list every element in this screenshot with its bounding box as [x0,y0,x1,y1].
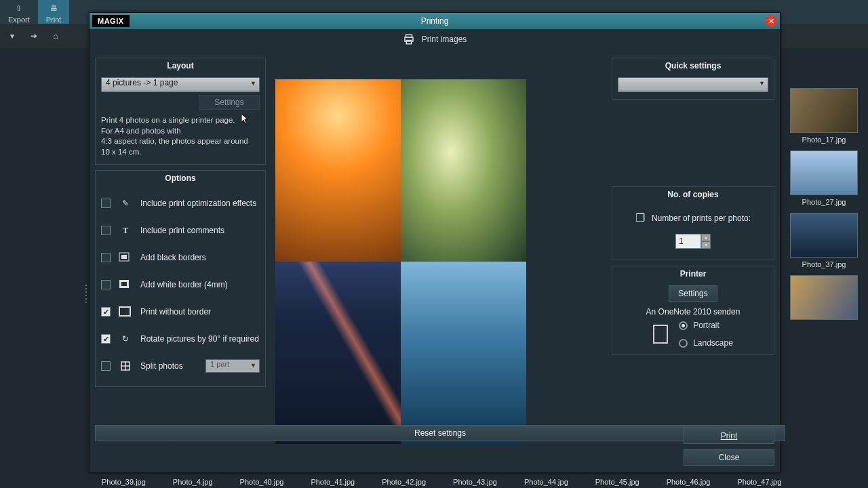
svg-rect-4 [121,255,127,259]
filmstrip-item[interactable]: Photo_45.jpg [595,478,639,486]
thumbnail[interactable]: Photo_17.jpg [780,88,868,144]
printing-dialog: MAGIX Printing ✕ Print images Layout 4 p… [89,12,781,473]
checkbox[interactable] [101,334,111,344]
thumbnail[interactable] [780,275,868,323]
checkbox[interactable] [101,253,111,262]
preview-cell [401,79,526,262]
radio-icon [679,339,688,348]
printer-settings-button[interactable]: Settings [669,285,717,302]
printer-name: An OneNote 2010 senden [618,307,768,317]
print-preview [275,79,526,444]
home-icon[interactable]: ⌂ [49,29,62,43]
print-button[interactable]: Print [684,428,774,444]
border-black-icon [117,249,134,266]
no-border-icon [117,304,134,320]
layout-settings-button[interactable]: Settings [199,95,260,110]
option-row: Print without border [101,298,260,325]
reset-settings-button[interactable]: Reset settings [95,425,785,441]
preview-cell [275,262,401,444]
spin-up-icon[interactable]: ▲ [701,234,711,241]
filmstrip-item[interactable]: Photo_46.jpg [667,478,711,486]
preview-cell [275,79,401,262]
options-panel: Options ✎ Include print optimization eff… [95,170,266,387]
preview-cell [401,262,526,444]
copies-panel: No. of copies ❐ Number of prints per pho… [612,186,774,260]
export-button[interactable]: ⇧ Export [0,0,38,24]
landscape-radio[interactable]: Landscape [679,338,733,348]
filmstrip-item[interactable]: Photo_40.jpg [240,478,284,486]
print-icon: 🖶 [47,2,60,14]
option-row: T Include print comments [101,217,260,244]
layout-panel: Layout 4 pictures -> 1 page Settings Pri… [95,58,266,165]
export-label: Export [8,16,30,24]
filmstrip-item[interactable]: Photo_4.jpg [173,478,213,486]
quick-settings-panel: Quick settings [612,58,774,100]
print-label: Print [46,16,62,24]
layout-select[interactable]: 4 pictures -> 1 page [101,77,260,92]
rotate-icon: ↻ [117,331,134,347]
checkbox[interactable] [101,199,111,208]
filmstrip-item[interactable]: Photo_42.jpg [382,478,426,486]
filmstrip-item[interactable]: Photo_43.jpg [453,478,497,486]
option-row: Add white border (4mm) [101,271,260,298]
printer-heading: Printer [612,266,774,281]
printer-panel: Printer Settings An OneNote 2010 senden … [612,266,774,355]
copies-stepper[interactable]: ▲▼ [675,234,711,249]
option-row: ↻ Rotate pictures by 90° if required [101,325,260,352]
radio-icon [679,321,688,330]
print-tab-button[interactable]: 🖶 Print [38,0,70,24]
copies-icon: ❐ [635,211,645,224]
options-heading: Options [96,171,265,186]
layout-description: Print 4 photos on a single printer page.… [101,113,260,157]
checkbox[interactable] [101,307,111,317]
thumbnail[interactable]: Photo_37.jpg [780,213,868,268]
copies-heading: No. of copies [612,187,774,202]
text-icon: T [117,222,134,239]
svg-rect-7 [119,307,130,316]
dropdown-icon[interactable]: ▾ [5,29,19,43]
orientation-icon [653,325,668,344]
portrait-radio[interactable]: Portrait [679,321,733,330]
copies-input[interactable] [675,234,701,249]
spin-down-icon[interactable]: ▼ [701,241,711,249]
thumbnail-strip: Photo_17.jpg Photo_27.jpg Photo_37.jpg [780,88,868,323]
close-button[interactable]: Close [684,449,774,466]
dialog-subheader: Print images [90,29,780,49]
subheader-text: Print images [422,35,467,44]
option-row: Add black borders [101,244,260,271]
filmstrip-item[interactable]: Photo_41.jpg [311,478,355,486]
split-parts-select[interactable]: 1 part [205,359,260,373]
quick-heading: Quick settings [612,58,774,73]
copies-label: Number of prints per photo: [652,214,751,223]
option-row: Split photos 1 part [101,352,260,380]
pencil-icon: ✎ [117,195,134,211]
filmstrip-item[interactable]: Photo_44.jpg [524,478,568,486]
border-white-icon [117,277,134,293]
close-icon[interactable]: ✕ [765,15,777,27]
checkbox[interactable] [101,226,111,235]
printer-icon [403,33,415,45]
split-icon [117,358,134,374]
checkbox[interactable] [101,280,111,289]
option-row: ✎ Include print optimization effects [101,190,260,217]
splitter-handle[interactable] [85,285,87,303]
dialog-title: Printing [421,16,449,26]
dialog-titlebar[interactable]: MAGIX Printing ✕ [90,13,780,29]
quick-settings-select[interactable] [618,77,768,92]
brand-logo: MAGIX [92,15,130,27]
filmstrip: Photo_39.jpg Photo_4.jpg Photo_40.jpg Ph… [88,476,868,488]
filmstrip-item[interactable]: Photo_39.jpg [102,478,146,486]
filmstrip-item[interactable]: Photo_47.jpg [737,478,781,486]
export-icon: ⇧ [12,2,26,14]
layout-heading: Layout [96,58,265,73]
forward-icon[interactable]: ➔ [27,29,41,43]
svg-rect-6 [121,282,127,286]
thumbnail[interactable]: Photo_27.jpg [780,150,868,206]
checkbox[interactable] [101,361,111,371]
